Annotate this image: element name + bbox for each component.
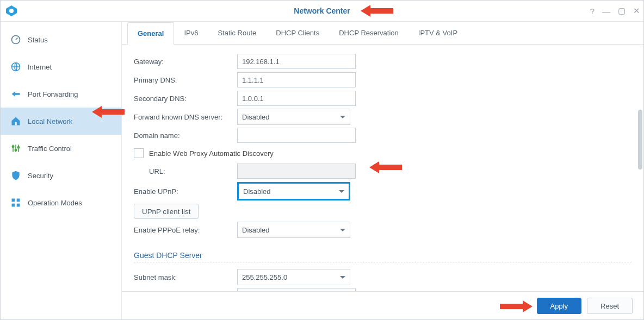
upnp-label: Enable UPnP:	[134, 187, 237, 196]
divider	[134, 262, 631, 262]
svg-rect-11	[17, 204, 20, 207]
footer: Apply Reset	[122, 291, 643, 320]
tab-dhcp-clients[interactable]: DHCP Clients	[266, 22, 329, 44]
secondary-dns-label: Secondary DNS:	[134, 95, 237, 103]
subnet-label: Subnet mask:	[134, 273, 237, 281]
svg-point-5	[12, 146, 14, 147]
gauge-icon	[10, 34, 21, 45]
upnp-client-list-button[interactable]: UPnP client list	[134, 204, 199, 219]
svg-rect-8	[12, 199, 15, 202]
network-center-window: Network Center ? — ▢ ✕ StatusInternetPor…	[0, 0, 644, 320]
window-controls: ? — ▢ ✕	[590, 1, 640, 21]
wpad-url-input	[237, 164, 356, 179]
svg-rect-9	[17, 199, 20, 202]
minimize-icon[interactable]: —	[602, 7, 610, 16]
chevron-down-icon	[340, 116, 345, 118]
forward-dns-label: Forward known DNS server:	[134, 113, 237, 121]
forward-dns-select[interactable]: Disabled	[237, 109, 350, 125]
sidebar-item-label: Status	[28, 36, 48, 44]
tab-iptv-voip[interactable]: IPTV & VoIP	[408, 22, 467, 44]
sidebar-item-local-network[interactable]: Local Network	[1, 108, 121, 135]
tab-bar: GeneralIPv6Static RouteDHCP ClientsDHCP …	[122, 22, 643, 45]
sidebar-item-label: Local Network	[28, 117, 72, 126]
home-icon	[10, 116, 21, 127]
shield-icon	[10, 170, 21, 181]
forward-icon	[10, 89, 21, 99]
start-ip-input[interactable]	[237, 288, 356, 291]
chevron-down-icon	[340, 276, 345, 279]
subnet-select[interactable]: 255.255.255.0	[237, 269, 350, 285]
sidebar-item-status[interactable]: Status	[1, 26, 121, 53]
sidebar-item-label: Port Forwarding	[28, 90, 78, 98]
gateway-label: Gateway:	[134, 58, 237, 66]
sidebar-item-security[interactable]: Security	[1, 162, 121, 189]
sidebar-item-traffic-control[interactable]: Traffic Control	[1, 135, 121, 162]
sidebar-item-internet[interactable]: Internet	[1, 53, 121, 80]
scrollbar-thumb[interactable]	[638, 110, 642, 170]
forward-dns-value: Disabled	[242, 113, 270, 121]
tab-general[interactable]: General	[127, 22, 174, 45]
domain-input[interactable]	[237, 128, 356, 143]
grid-icon	[10, 197, 21, 208]
svg-rect-4	[15, 122, 16, 126]
upnp-select[interactable]: Disabled	[237, 182, 350, 200]
svg-point-1	[9, 9, 14, 13]
content-pane: GeneralIPv6Static RouteDHCP ClientsDHCP …	[122, 22, 643, 320]
sidebar-item-label: Security	[28, 172, 53, 180]
sidebar-item-label: Operation Modes	[28, 199, 82, 207]
domain-label: Domain name:	[134, 131, 237, 140]
svg-point-7	[17, 147, 19, 148]
wpad-label: Enable Web Proxy Automatic Discovery	[149, 149, 274, 158]
app-icon	[5, 4, 18, 17]
primary-dns-label: Primary DNS:	[134, 76, 237, 84]
gateway-input[interactable]	[237, 54, 356, 69]
sidebar: StatusInternetPort ForwardingLocal Netwo…	[1, 22, 122, 320]
sidebar-item-operation-modes[interactable]: Operation Modes	[1, 189, 121, 216]
primary-dns-input[interactable]	[237, 72, 356, 87]
sidebar-item-label: Traffic Control	[28, 145, 72, 153]
upnp-value: Disabled	[243, 187, 271, 196]
form-area: Gateway: Primary DNS: Secondary DNS: For…	[122, 45, 643, 291]
window-title: Network Center	[1, 7, 643, 15]
svg-point-6	[15, 149, 16, 151]
tab-ipv6[interactable]: IPv6	[174, 22, 208, 44]
maximize-icon[interactable]: ▢	[618, 6, 626, 16]
pppoe-select[interactable]: Disabled	[237, 222, 350, 238]
close-icon[interactable]: ✕	[633, 6, 640, 16]
secondary-dns-input[interactable]	[237, 91, 356, 106]
reset-button[interactable]: Reset	[587, 298, 633, 314]
sidebar-item-label: Internet	[28, 63, 52, 71]
guest-dhcp-title: Guest DHCP Server	[134, 251, 631, 260]
chevron-down-icon	[339, 190, 344, 193]
subnet-value: 255.255.255.0	[242, 273, 287, 281]
tab-dhcp-reservation[interactable]: DHCP Reservation	[329, 22, 408, 44]
sidebar-item-port-forwarding[interactable]: Port Forwarding	[1, 80, 121, 108]
svg-rect-10	[12, 204, 15, 207]
apply-button[interactable]: Apply	[537, 298, 582, 314]
pppoe-label: Enable PPPoE relay:	[134, 226, 237, 234]
help-icon[interactable]: ?	[590, 7, 595, 16]
chevron-down-icon	[340, 229, 345, 231]
pppoe-value: Disabled	[242, 226, 270, 234]
wpad-checkbox[interactable]	[134, 148, 144, 158]
globe-icon	[10, 61, 21, 72]
wpad-url-label: URL:	[134, 167, 237, 175]
tab-static-route[interactable]: Static Route	[208, 22, 266, 44]
sliders-icon	[10, 143, 21, 154]
titlebar: Network Center ? — ▢ ✕	[1, 1, 643, 22]
